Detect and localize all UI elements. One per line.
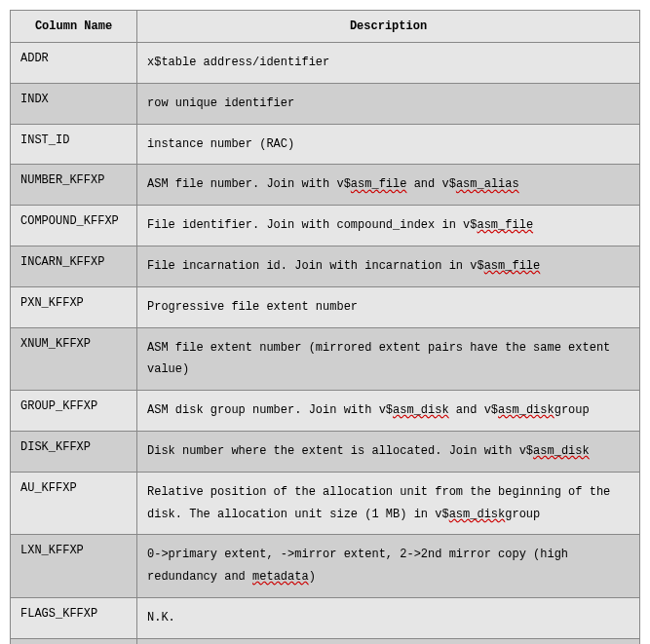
table-row: LXN_KFFXP0->primary extent, ->mirror ext… — [11, 535, 640, 598]
column-description-table: Column Name Description ADDRx$table addr… — [10, 10, 640, 644]
table-row: ADDRx$table address/identifier — [11, 43, 640, 84]
cell-description: N.K — [137, 638, 640, 644]
table-row: CHK_KFFXPN.K — [11, 638, 640, 644]
cell-description: Disk number where the extent is allocate… — [137, 431, 640, 472]
table-row: PXN_KFFXPProgressive file extent number — [11, 286, 640, 327]
cell-description: ASM file extent number (mirrored extent … — [137, 327, 640, 391]
header-column-name: Column Name — [11, 11, 137, 43]
cell-description: row unique identifier — [137, 83, 640, 124]
cell-column-name: DISK_KFFXP — [11, 431, 137, 472]
cell-column-name: CHK_KFFXP — [11, 638, 137, 644]
header-description: Description — [137, 11, 640, 43]
table-row: INCARN_KFFXPFile incarnation id. Join wi… — [11, 246, 640, 286]
cell-column-name: NUMBER_KFFXP — [11, 165, 137, 206]
cell-column-name: COMPOUND_KFFXP — [11, 206, 137, 246]
table-row: NUMBER_KFFXPASM file number. Join with v… — [11, 165, 640, 206]
cell-description: File identifier. Join with compound_inde… — [137, 206, 640, 246]
cell-description: ASM file number. Join with v$asm_file an… — [137, 165, 640, 206]
cell-description: instance number (RAC) — [137, 124, 640, 165]
cell-column-name: ADDR — [11, 43, 137, 84]
table-row: AU_KFFXPRelative position of the allocat… — [11, 472, 640, 535]
cell-description: File incarnation id. Join with incarnati… — [137, 246, 640, 286]
cell-description: N.K. — [137, 597, 640, 638]
cell-description: ASM disk group number. Join with v$asm_d… — [137, 391, 640, 432]
cell-column-name: INDX — [11, 83, 137, 124]
table-row: COMPOUND_KFFXPFile identifier. Join with… — [11, 206, 640, 246]
table-row: DISK_KFFXPDisk number where the extent i… — [11, 431, 640, 472]
table-row: INST_IDinstance number (RAC) — [11, 124, 640, 165]
table-row: GROUP_KFFXPASM disk group number. Join w… — [11, 391, 640, 432]
cell-column-name: LXN_KFFXP — [11, 535, 137, 598]
cell-description: 0->primary extent, ->mirror extent, 2->2… — [137, 535, 640, 598]
cell-column-name: INST_ID — [11, 124, 137, 165]
cell-column-name: XNUM_KFFXP — [11, 327, 137, 391]
cell-column-name: PXN_KFFXP — [11, 286, 137, 327]
cell-description: Progressive file extent number — [137, 286, 640, 327]
table-row: XNUM_KFFXPASM file extent number (mirror… — [11, 327, 640, 391]
table-header-row: Column Name Description — [11, 11, 640, 43]
cell-column-name: INCARN_KFFXP — [11, 246, 137, 286]
cell-description: Relative position of the allocation unit… — [137, 472, 640, 535]
cell-description: x$table address/identifier — [137, 43, 640, 84]
cell-column-name: AU_KFFXP — [11, 472, 137, 535]
table-row: INDXrow unique identifier — [11, 83, 640, 124]
cell-column-name: FLAGS_KFFXP — [11, 597, 137, 638]
table-row: FLAGS_KFFXPN.K. — [11, 597, 640, 638]
cell-column-name: GROUP_KFFXP — [11, 391, 137, 432]
